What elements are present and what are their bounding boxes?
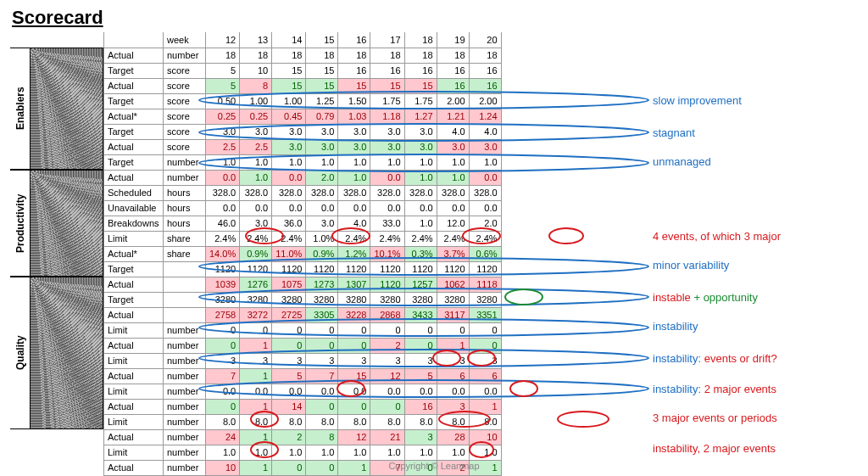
cell: 15	[370, 78, 404, 93]
cell: 10	[240, 63, 272, 78]
cell: 14	[272, 399, 306, 414]
table-row: Actual2758327227253305322828683433311733…	[104, 307, 502, 322]
cell: 0.0	[206, 170, 240, 185]
cell: 1.0	[206, 154, 240, 170]
cell: 0.0	[469, 200, 501, 216]
cell: 18	[306, 48, 338, 63]
cell: 0.0	[370, 200, 404, 216]
cell: 3.7%	[437, 246, 469, 261]
metric-label: Limit	[104, 384, 164, 399]
cell: 1.0	[469, 445, 501, 460]
obscured-productivity	[31, 170, 103, 277]
cell: 18	[272, 48, 306, 63]
cell: 15	[338, 78, 370, 93]
cell: 1	[469, 399, 501, 414]
annotation-9: 3 major events or periods	[653, 412, 865, 424]
cell: 1.0	[437, 170, 469, 185]
annotation-1: stagnant	[653, 127, 865, 139]
cell: 15	[404, 78, 437, 93]
annotation-text: minor variability	[653, 259, 729, 272]
cell: 1039	[206, 277, 240, 292]
cell: 2725	[272, 307, 306, 322]
cell: 0	[306, 399, 338, 414]
obscured-enablers	[31, 48, 103, 170]
cell: 3.0	[469, 139, 501, 154]
table-row: Actualnumber71571512566	[104, 368, 502, 384]
cell: 3351	[469, 307, 501, 322]
metric-label: Limit	[104, 445, 164, 460]
cell: 3.0	[272, 139, 306, 154]
cell: 28	[437, 429, 469, 445]
cell: 1.0	[240, 170, 272, 185]
cell: 0	[272, 338, 306, 353]
cell: 3280	[338, 292, 370, 307]
cell: 0.0	[306, 200, 338, 216]
cell: 328.0	[306, 185, 338, 200]
cell: 0	[370, 399, 404, 414]
unit-label: hours	[164, 216, 206, 231]
annotation-10: instability, 2 major events	[653, 443, 865, 455]
cell: 1120	[306, 261, 338, 277]
cell: 3.0	[404, 124, 437, 139]
cell: 0	[206, 399, 240, 414]
cell: 3.0	[306, 216, 338, 231]
cell: 0	[469, 322, 501, 338]
data-table: week 121314151617181920 Actualnumber1818…	[103, 32, 502, 476]
table-row: Limitnumber0.00.00.00.00.00.00.00.00.0	[104, 384, 502, 399]
cell: 1.00	[272, 93, 306, 109]
metric-label: Actual*	[104, 109, 164, 124]
cell: 1120	[240, 261, 272, 277]
cell: 10.1%	[370, 246, 404, 261]
cell: 18	[338, 48, 370, 63]
cell: 0.0	[240, 384, 272, 399]
cell: 1120	[469, 261, 501, 277]
section-productivity-label: Productivity	[10, 170, 31, 277]
cell: 3	[437, 399, 469, 414]
col-week-12: 12	[206, 32, 240, 48]
annotation-3: 4 events, of which 3 major	[653, 231, 865, 243]
cell: 8.0	[404, 414, 437, 429]
cell: 3433	[404, 307, 437, 322]
table-row: Unavailablehours0.00.00.00.00.00.00.00.0…	[104, 200, 502, 216]
cell: 0.0	[437, 384, 469, 399]
cell: 328.0	[469, 185, 501, 200]
cell: 3.0	[306, 124, 338, 139]
table-row: Breakdownshours46.03.036.03.04.033.01.01…	[104, 216, 502, 231]
page-title: Scorecard	[10, 7, 858, 29]
cell: 3305	[306, 307, 338, 322]
unit-label: number	[164, 414, 206, 429]
metric-label: Target	[104, 124, 164, 139]
table-row: Actualscore5815151515151616	[104, 78, 502, 93]
cell: 1.24	[469, 109, 501, 124]
cell: 1120	[206, 261, 240, 277]
cell: 3.0	[306, 139, 338, 154]
metric-label: Actual	[104, 170, 164, 185]
cell: 1.0	[306, 445, 338, 460]
cell: 1307	[338, 277, 370, 292]
cell: 0.0	[206, 200, 240, 216]
annotation-5: instable + opportunity	[653, 292, 865, 304]
cell: 3272	[240, 307, 272, 322]
col-week-14: 14	[272, 32, 306, 48]
table-row: Actual*score0.250.250.450.791.031.181.27…	[104, 109, 502, 124]
cell: 3117	[437, 307, 469, 322]
cell: 11.0%	[272, 246, 306, 261]
annotation-2: unmanaged	[653, 156, 865, 168]
cell: 1.18	[370, 109, 404, 124]
unit-label: number	[164, 338, 206, 353]
cell: 0	[404, 322, 437, 338]
annotation-6: instability	[653, 321, 865, 333]
table-row: Actualnumber0.01.00.02.01.00.01.01.00.0	[104, 170, 502, 185]
cell: 1.0	[370, 154, 404, 170]
cell: 8.0	[306, 414, 338, 429]
cell: 8.0	[469, 414, 501, 429]
cell: 328.0	[206, 185, 240, 200]
cell: 3	[306, 353, 338, 368]
table-row: Actualnumber010002010	[104, 338, 502, 353]
metric-label: Target	[104, 93, 164, 109]
cell: 0.0	[437, 200, 469, 216]
metric-label: Actual	[104, 48, 164, 63]
cell: 6	[437, 368, 469, 384]
cell: 1.75	[404, 93, 437, 109]
metric-label: Limit	[104, 414, 164, 429]
